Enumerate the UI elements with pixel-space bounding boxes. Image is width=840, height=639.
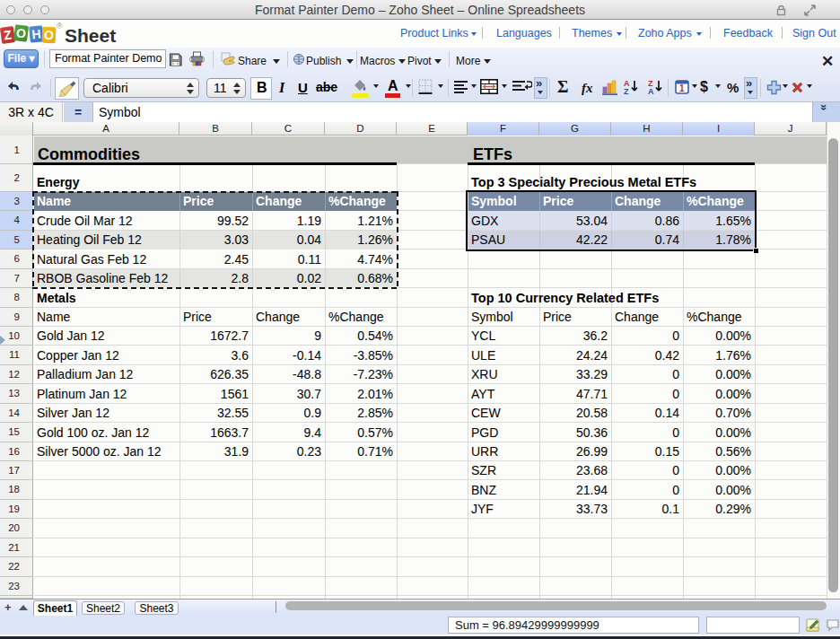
svg-text:Z: Z: [624, 87, 629, 95]
svg-text:A: A: [648, 87, 654, 95]
svg-text:1: 1: [679, 83, 685, 93]
